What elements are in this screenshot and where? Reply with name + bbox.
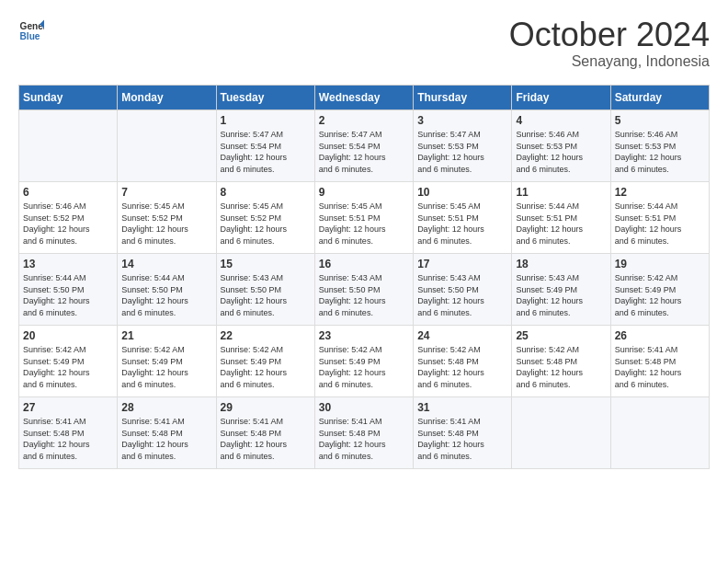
day-number: 22 — [221, 329, 311, 342]
calendar-cell: 18Sunrise: 5:43 AM Sunset: 5:49 PM Dayli… — [512, 254, 610, 326]
calendar-cell: 19Sunrise: 5:42 AM Sunset: 5:49 PM Dayli… — [610, 254, 709, 326]
calendar-cell: 9Sunrise: 5:45 AM Sunset: 5:51 PM Daylig… — [314, 182, 413, 254]
cell-content: Sunrise: 5:45 AM Sunset: 5:52 PM Dayligh… — [221, 201, 311, 247]
day-number: 20 — [23, 329, 113, 342]
cell-content: Sunrise: 5:46 AM Sunset: 5:52 PM Dayligh… — [23, 201, 113, 247]
calendar-cell: 31Sunrise: 5:41 AM Sunset: 5:48 PM Dayli… — [414, 397, 512, 469]
month-title: October 2024 — [509, 18, 710, 52]
day-number: 4 — [516, 114, 606, 127]
day-header-monday: Monday — [118, 86, 216, 110]
day-number: 18 — [516, 258, 606, 270]
cell-content: Sunrise: 5:42 AM Sunset: 5:49 PM Dayligh… — [121, 344, 211, 390]
cell-content: Sunrise: 5:42 AM Sunset: 5:49 PM Dayligh… — [319, 344, 409, 390]
location-subtitle: Senayang, Indonesia — [509, 53, 710, 70]
svg-text:General: General — [20, 21, 44, 31]
calendar-cell: 2Sunrise: 5:47 AM Sunset: 5:54 PM Daylig… — [314, 110, 413, 182]
calendar-cell: 26Sunrise: 5:41 AM Sunset: 5:48 PM Dayli… — [610, 326, 709, 397]
calendar-cell: 7Sunrise: 5:45 AM Sunset: 5:52 PM Daylig… — [118, 182, 216, 254]
day-number: 1 — [221, 114, 311, 127]
calendar-cell: 10Sunrise: 5:45 AM Sunset: 5:51 PM Dayli… — [414, 182, 512, 254]
cell-content: Sunrise: 5:44 AM Sunset: 5:51 PM Dayligh… — [615, 201, 705, 247]
cell-content: Sunrise: 5:42 AM Sunset: 5:49 PM Dayligh… — [615, 272, 705, 318]
cell-content: Sunrise: 5:41 AM Sunset: 5:48 PM Dayligh… — [615, 344, 705, 390]
day-number: 14 — [121, 258, 211, 270]
calendar-cell: 25Sunrise: 5:42 AM Sunset: 5:48 PM Dayli… — [512, 326, 610, 397]
cell-content: Sunrise: 5:43 AM Sunset: 5:50 PM Dayligh… — [221, 272, 311, 318]
cell-content: Sunrise: 5:45 AM Sunset: 5:51 PM Dayligh… — [319, 201, 409, 247]
day-number: 9 — [319, 186, 409, 199]
day-header-saturday: Saturday — [610, 86, 709, 110]
calendar-cell: 14Sunrise: 5:44 AM Sunset: 5:50 PM Dayli… — [118, 254, 216, 326]
calendar-cell — [610, 397, 709, 469]
cell-content: Sunrise: 5:43 AM Sunset: 5:50 PM Dayligh… — [417, 272, 507, 318]
day-number: 13 — [23, 258, 113, 270]
calendar-cell: 16Sunrise: 5:43 AM Sunset: 5:50 PM Dayli… — [314, 254, 413, 326]
cell-content: Sunrise: 5:42 AM Sunset: 5:48 PM Dayligh… — [417, 344, 507, 390]
cell-content: Sunrise: 5:45 AM Sunset: 5:52 PM Dayligh… — [121, 201, 211, 247]
day-header-thursday: Thursday — [414, 86, 512, 110]
day-number: 3 — [417, 114, 507, 127]
cell-content: Sunrise: 5:47 AM Sunset: 5:53 PM Dayligh… — [417, 129, 507, 175]
day-number: 30 — [319, 401, 409, 414]
cell-content: Sunrise: 5:42 AM Sunset: 5:49 PM Dayligh… — [221, 344, 311, 390]
cell-content: Sunrise: 5:46 AM Sunset: 5:53 PM Dayligh… — [516, 129, 606, 175]
title-block: October 2024 Senayang, Indonesia — [509, 18, 710, 70]
calendar-cell: 3Sunrise: 5:47 AM Sunset: 5:53 PM Daylig… — [414, 110, 512, 182]
cell-content: Sunrise: 5:44 AM Sunset: 5:51 PM Dayligh… — [516, 201, 606, 247]
day-number: 15 — [221, 258, 311, 270]
calendar-cell: 1Sunrise: 5:47 AM Sunset: 5:54 PM Daylig… — [216, 110, 314, 182]
day-number: 12 — [615, 186, 705, 199]
calendar-cell: 15Sunrise: 5:43 AM Sunset: 5:50 PM Dayli… — [216, 254, 314, 326]
page-header: General Blue October 2024 Senayang, Indo… — [18, 18, 710, 70]
day-number: 27 — [23, 401, 113, 414]
calendar-cell — [512, 397, 610, 469]
cell-content: Sunrise: 5:45 AM Sunset: 5:51 PM Dayligh… — [417, 201, 507, 247]
calendar-cell: 17Sunrise: 5:43 AM Sunset: 5:50 PM Dayli… — [414, 254, 512, 326]
calendar-cell — [118, 110, 216, 182]
calendar-cell — [19, 110, 118, 182]
calendar-cell: 4Sunrise: 5:46 AM Sunset: 5:53 PM Daylig… — [512, 110, 610, 182]
day-number: 17 — [417, 258, 507, 270]
calendar-week-row: 6Sunrise: 5:46 AM Sunset: 5:52 PM Daylig… — [19, 182, 710, 254]
calendar-table: SundayMondayTuesdayWednesdayThursdayFrid… — [18, 85, 710, 469]
day-number: 24 — [417, 329, 507, 342]
calendar-cell: 30Sunrise: 5:41 AM Sunset: 5:48 PM Dayli… — [314, 397, 413, 469]
calendar-cell: 27Sunrise: 5:41 AM Sunset: 5:48 PM Dayli… — [19, 397, 118, 469]
day-number: 5 — [615, 114, 705, 127]
cell-content: Sunrise: 5:47 AM Sunset: 5:54 PM Dayligh… — [221, 129, 311, 175]
day-number: 8 — [221, 186, 311, 199]
day-number: 26 — [615, 329, 705, 342]
cell-content: Sunrise: 5:41 AM Sunset: 5:48 PM Dayligh… — [417, 416, 507, 462]
cell-content: Sunrise: 5:41 AM Sunset: 5:48 PM Dayligh… — [23, 416, 113, 462]
calendar-cell: 23Sunrise: 5:42 AM Sunset: 5:49 PM Dayli… — [314, 326, 413, 397]
calendar-week-row: 13Sunrise: 5:44 AM Sunset: 5:50 PM Dayli… — [19, 254, 710, 326]
day-number: 7 — [121, 186, 211, 199]
calendar-cell: 28Sunrise: 5:41 AM Sunset: 5:48 PM Dayli… — [118, 397, 216, 469]
cell-content: Sunrise: 5:47 AM Sunset: 5:54 PM Dayligh… — [319, 129, 409, 175]
day-number: 10 — [417, 186, 507, 199]
cell-content: Sunrise: 5:41 AM Sunset: 5:48 PM Dayligh… — [121, 416, 211, 462]
day-number: 16 — [319, 258, 409, 270]
calendar-cell: 13Sunrise: 5:44 AM Sunset: 5:50 PM Dayli… — [19, 254, 118, 326]
cell-content: Sunrise: 5:42 AM Sunset: 5:48 PM Dayligh… — [516, 344, 606, 390]
day-number: 31 — [417, 401, 507, 414]
calendar-cell: 6Sunrise: 5:46 AM Sunset: 5:52 PM Daylig… — [19, 182, 118, 254]
calendar-cell: 20Sunrise: 5:42 AM Sunset: 5:49 PM Dayli… — [19, 326, 118, 397]
cell-content: Sunrise: 5:44 AM Sunset: 5:50 PM Dayligh… — [23, 272, 113, 318]
cell-content: Sunrise: 5:42 AM Sunset: 5:49 PM Dayligh… — [23, 344, 113, 390]
cell-content: Sunrise: 5:44 AM Sunset: 5:50 PM Dayligh… — [121, 272, 211, 318]
calendar-cell: 22Sunrise: 5:42 AM Sunset: 5:49 PM Dayli… — [216, 326, 314, 397]
logo-icon: General Blue — [18, 18, 44, 44]
day-number: 23 — [319, 329, 409, 342]
day-number: 6 — [23, 186, 113, 199]
calendar-week-row: 20Sunrise: 5:42 AM Sunset: 5:49 PM Dayli… — [19, 326, 710, 397]
calendar-cell: 5Sunrise: 5:46 AM Sunset: 5:53 PM Daylig… — [610, 110, 709, 182]
day-number: 28 — [121, 401, 211, 414]
calendar-cell: 21Sunrise: 5:42 AM Sunset: 5:49 PM Dayli… — [118, 326, 216, 397]
cell-content: Sunrise: 5:43 AM Sunset: 5:49 PM Dayligh… — [516, 272, 606, 318]
calendar-cell: 29Sunrise: 5:41 AM Sunset: 5:48 PM Dayli… — [216, 397, 314, 469]
cell-content: Sunrise: 5:41 AM Sunset: 5:48 PM Dayligh… — [319, 416, 409, 462]
svg-text:Blue: Blue — [20, 31, 40, 41]
cell-content: Sunrise: 5:46 AM Sunset: 5:53 PM Dayligh… — [615, 129, 705, 175]
day-number: 25 — [516, 329, 606, 342]
